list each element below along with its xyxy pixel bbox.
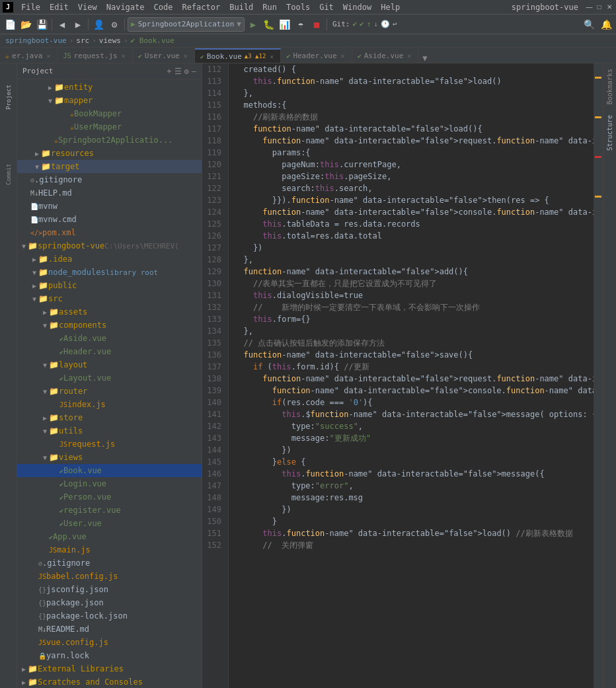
tree-item-38[interactable]: JSbabel.config.js (17, 570, 202, 583)
tree-item-10[interactable]: 📄mvnw (17, 200, 202, 213)
tree-item-20[interactable]: ✔Aside.vue (17, 332, 202, 345)
git-history[interactable]: 🕐 (381, 20, 390, 28)
tree-item-6[interactable]: ▶📁resources (17, 147, 202, 160)
tree-item-34[interactable]: ✔User.vue (17, 517, 202, 530)
code-line-139[interactable]: function-name" data-interactable="false"… (234, 385, 594, 397)
tree-item-25[interactable]: JSindex.js (17, 398, 202, 411)
tree-item-40[interactable]: {}package.json (17, 596, 202, 609)
tabs-more-button[interactable]: ▼ (418, 54, 431, 63)
tree-item-1[interactable]: ▶📁entity (17, 81, 202, 94)
tree-item-36[interactable]: JSmain.js (17, 543, 202, 556)
maximize-button[interactable]: □ (595, 3, 603, 11)
breadcrumb-views[interactable]: views (99, 36, 121, 45)
code-line-127[interactable]: }) (234, 242, 594, 254)
editor-right-bar[interactable] (594, 63, 603, 688)
code-line-147[interactable]: type:"error", (234, 480, 594, 492)
debug-button[interactable]: 🐛 (262, 17, 276, 32)
code-line-129[interactable]: function-name" data-interactable="false"… (234, 266, 594, 278)
tree-item-23[interactable]: ✔Layout.vue (17, 371, 202, 385)
code-line-150[interactable]: } (234, 516, 594, 527)
tree-item-42[interactable]: M↓README.md (17, 623, 202, 636)
breadcrumb-src[interactable]: src (76, 36, 89, 45)
tree-item-3[interactable]: ☕BookMapper (17, 107, 202, 120)
notifications-button[interactable]: 🔔 (599, 17, 613, 32)
code-line-145[interactable]: }else { (234, 456, 594, 468)
sidebar-add-icon[interactable]: + (167, 67, 171, 76)
coverage-button[interactable]: ☂ (293, 17, 308, 32)
code-line-123[interactable]: }}).function-name" data-interactable="fa… (234, 194, 594, 206)
commit-panel-icon[interactable]: Commit (1, 155, 16, 194)
tab-user-vue[interactable]: ✔ User.vue ✕ (133, 48, 195, 63)
tree-item-4[interactable]: ☕UserMapper (17, 120, 202, 134)
tab-close-er-java[interactable]: ✕ (45, 52, 52, 59)
tab-aside-vue[interactable]: ✔ Aside.vue ✕ (352, 48, 419, 63)
tree-item-32[interactable]: ✔Person.vue (17, 490, 202, 504)
code-line-142[interactable]: type:"success", (234, 420, 594, 432)
run-config-select[interactable]: ▶ Springboot2Application ▼ (128, 17, 245, 32)
run-button[interactable]: ▶ (246, 17, 260, 32)
tab-book-vue[interactable]: ✔ Book.vue ▲3 ▲12 ✕ (195, 48, 282, 63)
tree-item-14[interactable]: ▶📁.idea (17, 252, 202, 266)
tree-item-24[interactable]: ▼📁router (17, 385, 202, 398)
code-line-131[interactable]: this.dialogVisible=true (234, 289, 594, 301)
code-content[interactable]: created() { this.function-name" data-int… (229, 63, 594, 688)
tree-item-15[interactable]: ▼📁node_modules library root (17, 266, 202, 279)
tree-item-46[interactable]: ▶📁Scratches and Consoles (17, 675, 202, 688)
tree-item-29[interactable]: ▼📁views (17, 451, 202, 464)
search-everywhere-button[interactable]: 🔍 (582, 17, 596, 32)
structure-label[interactable]: Structure (605, 110, 615, 156)
code-line-124[interactable]: function-name" data-interactable="false"… (234, 206, 594, 218)
tree-item-35[interactable]: ✔App.vue (17, 530, 202, 543)
new-file-button[interactable]: 📄 (3, 17, 17, 32)
back-button[interactable]: ◀ (55, 17, 69, 32)
tree-item-27[interactable]: ▼📁utils (17, 424, 202, 438)
menu-window[interactable]: Window (339, 1, 375, 13)
minimize-button[interactable]: — (585, 3, 594, 11)
menu-code[interactable]: Code (150, 1, 177, 13)
git-revert[interactable]: ↩ (393, 20, 397, 28)
tree-item-12[interactable]: ≺/≻pom.xml (17, 226, 202, 239)
tree-item-17[interactable]: ▼📁src (17, 292, 202, 305)
tree-item-11[interactable]: 📄mvnw.cmd (17, 213, 202, 226)
code-line-133[interactable]: this.form={} (234, 313, 594, 325)
tree-item-5[interactable]: ☕Springboot2Applicatio... (17, 134, 202, 147)
code-line-141[interactable]: this.$function-name" data-interactable="… (234, 408, 594, 420)
code-line-149[interactable]: }) (234, 504, 594, 516)
tree-item-41[interactable]: {}package-lock.json (17, 609, 202, 623)
sidebar-settings-icon[interactable]: ⚙ (184, 67, 189, 76)
sidebar-layout-icon[interactable]: ☰ (174, 67, 182, 76)
breadcrumb-project[interactable]: springboot-vue (5, 36, 67, 45)
tree-item-44[interactable]: 🔒yarn.lock (17, 649, 202, 662)
profile-button[interactable]: 📊 (278, 17, 292, 32)
project-panel-icon[interactable]: Project (1, 66, 16, 112)
tree-item-26[interactable]: ▶📁store (17, 411, 202, 424)
code-line-119[interactable]: params:{ (234, 147, 594, 159)
code-line-132[interactable]: // 新增的时候一定要清空一下表单域，不会影响下一次操作 (234, 301, 594, 313)
tree-item-45[interactable]: ▶📁External Libraries (17, 662, 202, 675)
tree-item-8[interactable]: ⊘.gitignore (17, 173, 202, 186)
code-line-152[interactable]: // 关闭弹窗 (234, 539, 594, 551)
code-line-118[interactable]: function-name" data-interactable="false"… (234, 135, 594, 147)
menu-file[interactable]: File (17, 1, 44, 13)
bookmarks-label[interactable]: Bookmarks (605, 63, 615, 110)
tree-item-19[interactable]: ▼📁components (17, 319, 202, 332)
code-line-112[interactable]: created() { (234, 63, 594, 75)
tree-item-13[interactable]: ▼📁springboot-vue C:\Users\MECHREV( (17, 239, 202, 252)
tree-item-30[interactable]: ✔Book.vue (17, 464, 202, 477)
tab-header-vue[interactable]: ✔ Header.vue ✕ (281, 48, 352, 63)
user-button[interactable]: 👤 (91, 17, 106, 32)
menu-navigate[interactable]: Navigate (102, 1, 149, 13)
tab-close-header-vue[interactable]: ✕ (340, 52, 346, 59)
menu-git[interactable]: Git (315, 1, 338, 13)
tab-close-aside-vue[interactable]: ✕ (406, 52, 412, 59)
code-line-121[interactable]: pageSize:this.pageSize, (234, 171, 594, 182)
save-button[interactable]: 💾 (34, 17, 49, 32)
tree-item-16[interactable]: ▶📁public (17, 279, 202, 292)
tree-item-33[interactable]: ✔register.vue (17, 504, 202, 517)
settings-button[interactable]: ⚙ (107, 17, 122, 32)
sidebar-minimize-icon[interactable]: — (192, 67, 196, 76)
code-line-135[interactable]: // 点击确认按钮后触发的添加保存方法 (234, 337, 594, 349)
code-line-138[interactable]: function-name" data-interactable="false"… (234, 373, 594, 385)
tree-item-21[interactable]: ✔Header.vue (17, 345, 202, 358)
stop-button[interactable]: ■ (309, 17, 324, 32)
